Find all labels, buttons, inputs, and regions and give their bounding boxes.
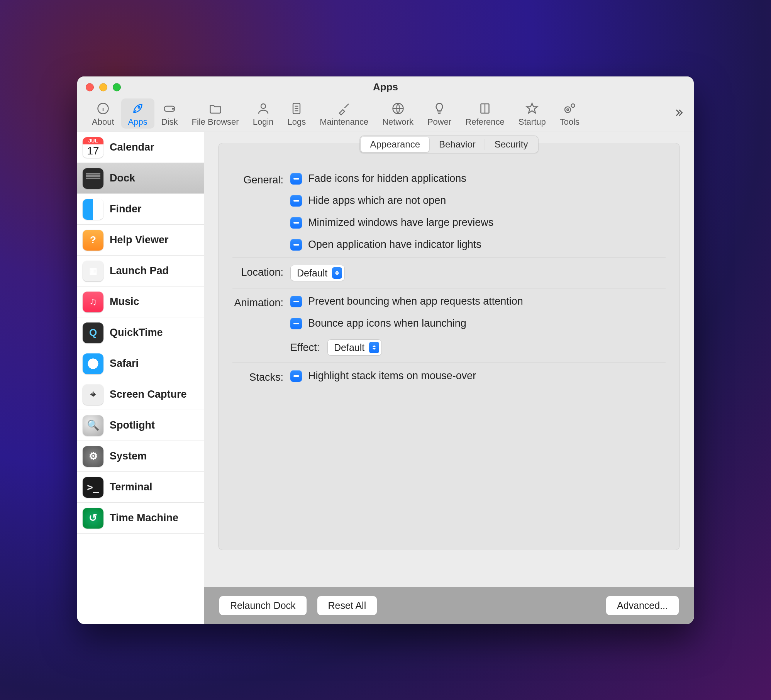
body: JUL17 Calendar Dock Finder ? Help Viewer… (77, 132, 694, 624)
option-label: Open application have indicator lights (308, 239, 481, 251)
tab-appearance[interactable]: Appearance (361, 137, 429, 152)
launchpad-icon: ▦ (83, 261, 103, 281)
checkbox-mixed[interactable] (290, 370, 302, 382)
window-title: Apps (373, 81, 398, 93)
disk-icon (163, 101, 176, 116)
safari-icon (83, 353, 103, 374)
toolbar-apps[interactable]: Apps (121, 98, 154, 129)
toolbar: About Apps Disk File Browser Login Logs … (77, 98, 694, 132)
sidebar-item-spotlight[interactable]: 🔍 Spotlight (77, 410, 204, 441)
option-row: Prevent bouncing when app requests atten… (290, 295, 666, 307)
finder-icon (83, 199, 103, 220)
option-row: Effect: Default (290, 339, 666, 356)
tab-security[interactable]: Security (485, 137, 537, 152)
toolbar-reference[interactable]: Reference (458, 98, 512, 129)
option-label: Highlight stack items on mouse-over (308, 370, 476, 382)
toolbar-overflow[interactable] (670, 104, 688, 123)
toolbar-label: Network (382, 117, 413, 127)
sidebar-item-helpviewer[interactable]: ? Help Viewer (77, 225, 204, 256)
toolbar-label: Apps (128, 117, 147, 127)
option-label: Hide apps which are not open (308, 195, 446, 207)
toolbar-disk[interactable]: Disk (154, 98, 185, 129)
sidebar-item-label: Time Machine (110, 512, 178, 524)
toolbar-power[interactable]: Power (420, 98, 458, 129)
advanced-button[interactable]: Advanced... (606, 596, 679, 615)
sidebar-item-quicktime[interactable]: Q QuickTime (77, 317, 204, 348)
app-window: Apps About Apps Disk File Browser Login … (77, 76, 694, 624)
help-icon: ? (83, 230, 103, 251)
segmented-control: Appearance Behavior Security (360, 136, 539, 153)
sidebar-item-terminal[interactable]: >_ Terminal (77, 472, 204, 503)
brush-icon (337, 101, 351, 116)
sidebar-item-system[interactable]: ⚙ System (77, 441, 204, 472)
sidebar-item-label: Help Viewer (110, 234, 169, 246)
sidebar-item-calendar[interactable]: JUL17 Calendar (77, 132, 204, 163)
option-label: Bounce app icons when launching (308, 317, 466, 329)
sidebar-item-launchpad[interactable]: ▦ Launch Pad (77, 256, 204, 286)
sidebar-item-label: Dock (110, 172, 135, 184)
toolbar-label: Disk (161, 117, 178, 127)
camera-icon: ⌖ (83, 384, 103, 405)
toolbar-label: Logs (288, 117, 306, 127)
sidebar-item-label: Screen Capture (110, 388, 187, 400)
folder-icon (208, 101, 222, 116)
content-inner: Appearance Behavior Security General: Fa… (204, 132, 694, 587)
rocket-icon (131, 101, 145, 116)
group-label: Animation: (232, 295, 290, 356)
zoom-button[interactable] (113, 83, 121, 91)
sidebar-item-dock[interactable]: Dock (77, 163, 204, 194)
sidebar-item-finder[interactable]: Finder (77, 194, 204, 225)
sidebar-item-safari[interactable]: Safari (77, 348, 204, 379)
sidebar-item-screencapture[interactable]: ⌖ Screen Capture (77, 379, 204, 410)
toolbar-tools[interactable]: Tools (553, 98, 586, 129)
option-row: Bounce app icons when launching (290, 317, 666, 329)
toolbar-login[interactable]: Login (246, 98, 281, 129)
info-icon (96, 101, 110, 116)
relaunch-dock-button[interactable]: Relaunch Dock (219, 596, 307, 615)
dock-icon (83, 168, 103, 189)
checkbox-mixed[interactable] (290, 296, 302, 307)
group-stacks: Stacks: Highlight stack items on mouse-o… (232, 363, 666, 390)
sidebar-item-label: Spotlight (110, 419, 155, 431)
option-row: Minimized windows have large previews (290, 217, 666, 229)
checkbox-mixed[interactable] (290, 173, 302, 185)
checkbox-mixed[interactable] (290, 239, 302, 251)
document-icon (290, 101, 303, 116)
group-location: Location: Default (232, 258, 666, 288)
gear-icon: ⚙ (83, 446, 103, 467)
group-label: General: (232, 173, 290, 251)
sidebar-item-label: Launch Pad (110, 265, 169, 277)
toolbar-maintenance[interactable]: Maintenance (313, 98, 375, 129)
checkbox-mixed[interactable] (290, 318, 302, 329)
sidebar-item-label: QuickTime (110, 327, 163, 339)
toolbar-about[interactable]: About (85, 98, 121, 129)
option-label: Fade icons for hidden applications (308, 173, 466, 185)
close-button[interactable] (86, 83, 94, 91)
select-value: Default (297, 268, 332, 279)
sidebar-item-label: Safari (110, 358, 139, 369)
checkbox-mixed[interactable] (290, 195, 302, 207)
minimize-button[interactable] (99, 83, 107, 91)
sidebar-item-label: Finder (110, 203, 142, 215)
traffic-lights (86, 83, 121, 91)
toolbar-label: Tools (560, 117, 580, 127)
toolbar-label: File Browser (191, 117, 239, 127)
chevron-double-right-icon (673, 107, 685, 119)
toolbar-startup[interactable]: Startup (512, 98, 553, 129)
sidebar-item-music[interactable]: ♫ Music (77, 286, 204, 317)
footer: Relaunch Dock Reset All Advanced... (204, 587, 694, 624)
toolbar-filebrowser[interactable]: File Browser (185, 98, 246, 129)
toolbar-logs[interactable]: Logs (281, 98, 313, 129)
gears-icon (563, 101, 576, 116)
sidebar-item-timemachine[interactable]: ↺ Time Machine (77, 503, 204, 534)
star-icon (525, 101, 539, 116)
reset-all-button[interactable]: Reset All (317, 596, 378, 615)
effect-select[interactable]: Default (327, 339, 382, 356)
location-select[interactable]: Default (290, 265, 345, 281)
checkbox-mixed[interactable] (290, 217, 302, 229)
toolbar-network[interactable]: Network (375, 98, 420, 129)
option-label: Prevent bouncing when app requests atten… (308, 295, 523, 307)
tab-behavior[interactable]: Behavior (430, 137, 485, 152)
toolbar-label: About (92, 117, 114, 127)
search-icon: 🔍 (83, 415, 103, 436)
